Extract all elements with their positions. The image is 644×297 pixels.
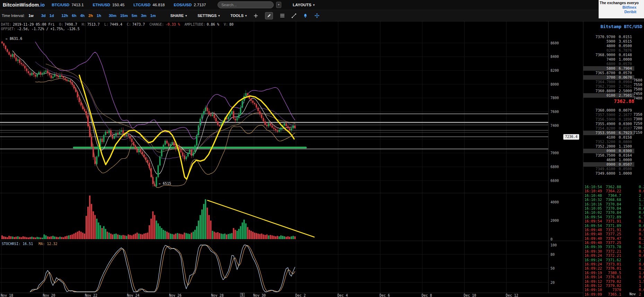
menu-tools[interactable]: TOOLS▾ [230, 14, 247, 18]
ticker-ltc-usd[interactable]: LTC/USD46.818 [133, 3, 165, 7]
bid-row[interactable]: 7349.60001.0000 [583, 171, 634, 176]
order-amount: 0.0670 [615, 75, 632, 80]
interval-button-30m[interactable]: 30m [109, 14, 116, 18]
search-dropdown-button[interactable]: ▾ [276, 2, 281, 8]
ticker-eos-usd[interactable]: EOS/USD2.7137 [174, 3, 206, 7]
ladder-price: 7150 [632, 130, 644, 135]
trade-amount: 1.3 [639, 198, 644, 202]
price-chart[interactable]: 8600840082008000780076007400700068006600… [0, 21, 583, 297]
fullscreen-button[interactable] [315, 13, 319, 18]
ask-row[interactable]: 48000.0500 [583, 44, 634, 48]
trendline-tool-button[interactable] [292, 14, 296, 18]
ticker-pair: LTC/USD [133, 3, 150, 7]
trade-time: 16:10:32 [584, 198, 604, 202]
plus-icon [254, 14, 258, 18]
bid-row[interactable]: 7360.00000.0079 [583, 108, 634, 113]
ohlc-field-value: 0.86 % [207, 23, 219, 26]
trade-amount: 0.1 [639, 219, 644, 223]
ad-link-deribit[interactable]: Deribit [599, 10, 644, 14]
interval-button-1d[interactable]: 1d [50, 14, 54, 18]
interval-button-2h[interactable]: 2h [88, 14, 93, 18]
ticker-btc-usd[interactable]: BTC/USD7413.1 [52, 3, 83, 7]
bid-row[interactable]: 7357.59002.1677 [583, 113, 634, 117]
bid-row[interactable]: 7354.82000.0507 [583, 126, 634, 131]
ask-row[interactable]: 59003.6515 [583, 39, 634, 44]
bid-row[interactable]: 09000.0507 [583, 162, 634, 167]
ohlc-field-value: 2019-11-29 05:00 Fri [13, 23, 54, 26]
interval-button-4h[interactable]: 4h [80, 14, 85, 18]
interval-button-5m[interactable]: 5m [132, 14, 137, 18]
bid-row[interactable]: 09000.0300 [583, 149, 634, 153]
trade-price: 7371.91 [604, 228, 621, 232]
bid-row[interactable]: 7350.75000.0164 [583, 153, 634, 158]
bid-row[interactable]: 7353.95006.7923 [583, 131, 634, 135]
ticker-price: 7413.1 [71, 3, 83, 7]
svg-text:Nov 26: Nov 26 [169, 294, 182, 297]
ask-row[interactable]: 7365.87000.0570 [583, 71, 634, 75]
ask-row[interactable]: 7360.88002.5000 [583, 89, 634, 93]
logo[interactable]: BitcoinWisdom.io [0, 2, 45, 8]
interval-button-15m[interactable]: 15m [120, 14, 128, 18]
ask-row[interactable]: 58006.7904 [583, 66, 634, 71]
bid-row[interactable]: 41000.0158 [583, 135, 634, 140]
trade-price: 7376.01 [604, 266, 621, 270]
ask-row[interactable]: 7362.73002.7501 [583, 84, 634, 89]
alert-button[interactable] [303, 14, 308, 18]
trade-time: 16:09:54 [584, 224, 604, 228]
interval-button-3d[interactable]: 3d [41, 14, 46, 18]
ad-link-bitfinex[interactable]: Bitfinex [599, 5, 644, 10]
order-price: 7400 [585, 57, 615, 62]
ask-row[interactable]: 68000.0570 [583, 62, 634, 66]
trade-time: 16:09:22 [584, 266, 604, 270]
bid-row[interactable]: 7349.61000.0500 [583, 167, 634, 171]
interval-button-12h[interactable]: 12h [62, 14, 68, 18]
trade-row: 16:09:407377.250.1 [583, 232, 644, 236]
exchange-ad[interactable]: The exchanges everyo BitfinexDeribit [599, 0, 644, 18]
add-indicator-button[interactable] [254, 14, 258, 18]
interval-button-1m[interactable]: 1m [150, 14, 156, 18]
bid-row[interactable]: 7352.32000.0800 [583, 140, 634, 144]
interval-button-6h[interactable]: 6h [72, 14, 77, 18]
interval-button-1w[interactable]: 1w [28, 14, 34, 18]
ask-row[interactable]: 37000.0670 [583, 75, 634, 80]
ask-row[interactable]: 01002.7501 [583, 93, 634, 98]
ask-row[interactable]: 02006.7876 [583, 48, 634, 53]
ask-row[interactable]: 7370.97000.0151 [583, 35, 634, 39]
bid-row[interactable]: 7356.59000.1890 [583, 117, 634, 122]
draw-tool-button[interactable] [265, 12, 273, 19]
trade-price: 7368.68 [604, 198, 621, 202]
time-axis[interactable]: Nov 18Nov 20Nov 22Nov 24Nov 26Nov 28Nov … [1, 293, 518, 297]
trade-price: 7377.25 [604, 241, 621, 245]
interval-label: Time Interval: [2, 14, 25, 18]
ad-title: The exchanges everyo [599, 0, 644, 5]
trade-price: 7362.88 [604, 185, 621, 189]
ask-row[interactable]: 7364.70000.0904 [583, 80, 634, 84]
interval-button-3m[interactable]: 3m [141, 14, 147, 18]
menu-settings[interactable]: SETTINGS▾ [197, 14, 220, 18]
trade-time: 16:10:02 [584, 210, 604, 215]
chart-area[interactable]: 8600840082008000780076007400700068006600… [0, 21, 583, 297]
search-input[interactable] [218, 1, 274, 8]
order-amount: 1.0000 [615, 57, 632, 62]
trade-amount: 0.0 [639, 275, 644, 279]
interval-button-1h[interactable]: 1h [97, 14, 101, 18]
trade-time: 16:09:19 [584, 271, 604, 275]
bid-row[interactable]: 7355.49000.0300 [583, 122, 634, 126]
ticker-eth-usd[interactable]: ETH/USD150.45 [93, 3, 125, 7]
exchange-title[interactable]: Bitstamp BTC/USD [601, 24, 642, 29]
svg-text:Dec 8: Dec 8 [422, 294, 432, 297]
layouts-menu[interactable]: LAYOUTS▾ [293, 0, 315, 10]
ladder-price: 7550 [632, 82, 644, 87]
menu-share[interactable]: SHARE▾ [170, 14, 187, 18]
layers-menu-button[interactable] [280, 14, 285, 18]
svg-text:7400: 7400 [550, 124, 559, 128]
bid-row[interactable]: 46001.0000 [583, 158, 634, 162]
trade-amount: 0.0 [639, 189, 644, 193]
trendline-annotation[interactable] [79, 75, 314, 237]
ask-row[interactable]: 7368.90000.0148 [583, 53, 634, 57]
price-axis[interactable]: 8600840082008000780076007400700068006600… [550, 41, 559, 285]
stochrsi-label: STOCHRSI: 16.51 MA: 12.32 [2, 242, 58, 246]
bid-row[interactable]: 7352.20001.1500 [583, 144, 634, 149]
trade-row: 16:09:1073700.0 [583, 288, 644, 292]
ask-row[interactable]: 74001.0000 [583, 57, 634, 62]
